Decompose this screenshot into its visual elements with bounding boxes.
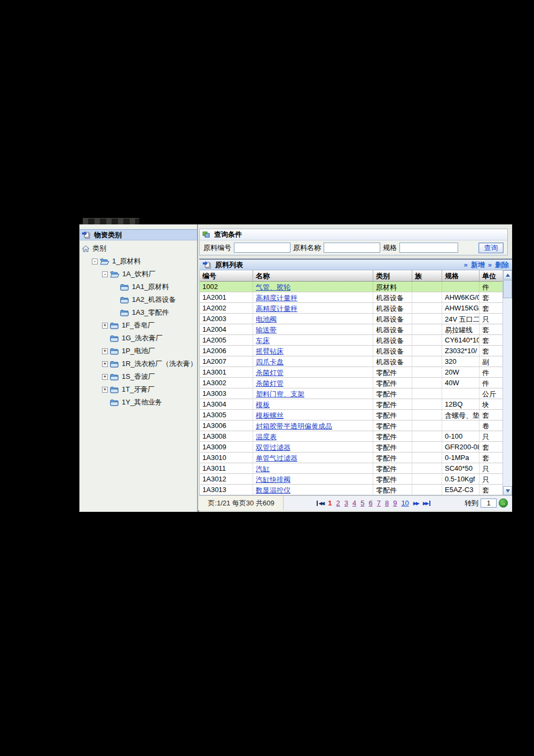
goto-page-input[interactable] [481, 498, 497, 508]
material-name-link[interactable]: 高精度计量秤 [256, 294, 297, 302]
tree-item-8[interactable]: +1P_电池厂 [80, 345, 197, 357]
first-page-icon[interactable]: ◀◀ [317, 501, 324, 506]
material-name-link[interactable]: 塑料门帘、支架 [256, 390, 304, 398]
tree-item-2[interactable]: -1A_饮料厂 [80, 268, 197, 280]
scroll-up-button[interactable] [503, 270, 512, 279]
column-header-spec[interactable]: 规格 [442, 270, 480, 281]
search-button[interactable]: 查询 [478, 243, 504, 253]
tree-item-label[interactable]: 1A_饮料厂 [121, 269, 156, 279]
tree-item-6[interactable]: +1F_香皂厂 [80, 319, 197, 332]
material-name-link[interactable]: 车床 [256, 337, 270, 345]
expand-icon[interactable]: + [102, 361, 108, 367]
page-link-6[interactable]: 6 [368, 499, 372, 507]
scrollbar-thumb[interactable] [503, 280, 512, 298]
table-row[interactable]: 1A3008温度表零配件0-100只 [200, 431, 512, 442]
scrollbar[interactable] [502, 270, 512, 495]
material-name-link[interactable]: 气管、胶轮 [256, 283, 290, 291]
material-name-link[interactable]: 输送带 [256, 326, 277, 334]
collapse-icon[interactable]: - [102, 271, 108, 277]
material-name-link[interactable]: 模板 [256, 401, 270, 409]
tree-item-label[interactable]: 1Y_其他业务 [121, 398, 163, 407]
tree-item-label[interactable]: 1_原材料 [111, 256, 142, 266]
tree-item-12[interactable]: 1Y_其他业务 [80, 396, 197, 409]
material-name-link[interactable]: 四爪卡盘 [256, 358, 284, 366]
table-row[interactable]: 1A2007四爪卡盘机器设备320副 [200, 356, 512, 367]
page-link-1[interactable]: 1 [328, 499, 332, 507]
table-row[interactable]: 1A2006摇臂钻床机器设备Z3032*10/套 [200, 346, 512, 356]
tree-item-label[interactable]: 1S_香波厂 [121, 372, 156, 381]
collapse-icon[interactable]: - [92, 259, 98, 264]
expand-icon[interactable]: + [102, 374, 108, 380]
table-row[interactable]: 1A3012汽缸快排阀零配件0.5-10Kgf只 [200, 474, 512, 485]
page-link-4[interactable]: 4 [352, 499, 356, 507]
material-name-link[interactable]: 汽缸 [256, 465, 270, 473]
material-name-link[interactable]: 温度表 [256, 433, 277, 441]
page-link-10[interactable]: 10 [401, 499, 409, 507]
material-name-link[interactable]: 摇臂钻床 [256, 347, 284, 355]
query-input-material-name[interactable] [324, 243, 380, 253]
scroll-down-button[interactable] [503, 486, 512, 495]
page-link-8[interactable]: 8 [385, 499, 389, 507]
table-row[interactable]: 1A3009双管过滤器零配件GFR200-08套 [200, 442, 512, 453]
column-header-code[interactable]: 编号 [200, 270, 253, 281]
tree-item-label[interactable]: 1A1_原材料 [131, 282, 170, 292]
table-row[interactable]: 1A2004输送带机器设备易拉罐线套 [200, 324, 512, 335]
tree-item-label[interactable]: 1A2_机器设备 [131, 295, 177, 305]
next-pages-icon[interactable]: ▶▶ [413, 501, 419, 506]
delete-button[interactable]: 删除 [495, 260, 509, 270]
go-button[interactable]: → [499, 498, 508, 508]
material-name-link[interactable]: 双管过滤器 [256, 443, 290, 451]
tree-item-label[interactable]: 类别 [91, 244, 107, 253]
table-row[interactable]: 1A3001杀菌灯管零配件20W件 [200, 367, 512, 378]
material-name-link[interactable]: 电池阀 [256, 315, 277, 323]
page-link-3[interactable]: 3 [344, 499, 348, 507]
tree-item-7[interactable]: 1G_洗衣膏厂 [80, 332, 197, 345]
tree-item-label[interactable]: 1P_电池厂 [121, 346, 156, 356]
tree-item-3[interactable]: 1A1_原材料 [80, 280, 197, 293]
table-row[interactable]: 1A3004模板零配件12BQ块 [200, 399, 512, 410]
material-name-link[interactable]: 封箱胶带半透明偏黄成品 [256, 422, 332, 430]
column-header-family[interactable]: 族 [412, 270, 442, 281]
add-button[interactable]: 新增 [471, 260, 485, 270]
column-header-unit[interactable]: 单位 [480, 270, 503, 281]
query-input-material-code[interactable] [234, 243, 290, 253]
expand-icon[interactable]: + [102, 348, 108, 354]
page-link-2[interactable]: 2 [336, 499, 340, 507]
page-link-9[interactable]: 9 [393, 499, 397, 507]
material-name-link[interactable]: 高精度计量秤 [256, 305, 297, 313]
material-name-link[interactable]: 数显温控仪 [256, 486, 290, 494]
table-row[interactable]: 1A3013数显温控仪零配件E5AZ-C3套 [200, 485, 512, 495]
tree-item-0[interactable]: 类别 [80, 242, 197, 255]
material-name-link[interactable]: 模板螺丝 [256, 411, 284, 419]
table-row[interactable]: 1A2001高精度计量秤机器设备AHW6KG/0.套 [200, 292, 512, 303]
tree-item-10[interactable]: +1S_香波厂 [80, 370, 197, 383]
table-row[interactable]: 1A3003塑料门帘、支架零配件公斤 [200, 388, 512, 399]
material-name-link[interactable]: 杀菌灯管 [256, 369, 284, 377]
table-row[interactable]: 1A3002杀菌灯管零配件40W件 [200, 378, 512, 388]
tree-item-4[interactable]: 1A2_机器设备 [80, 293, 197, 306]
table-row[interactable]: 1A3005模板螺丝零配件含螺母、垫套 [200, 410, 512, 420]
tree-item-1[interactable]: -1_原材料 [80, 255, 197, 268]
table-row[interactable]: 1A2005车床机器设备CY6140*10套 [200, 335, 512, 346]
column-header-name[interactable]: 名称 [253, 270, 373, 281]
tree-item-11[interactable]: +1T_牙膏厂 [80, 383, 197, 396]
page-link-7[interactable]: 7 [377, 499, 381, 507]
table-row[interactable]: 1A3006封箱胶带半透明偏黄成品零配件卷 [200, 420, 512, 431]
tree-item-label[interactable]: 1G_洗衣膏厂 [121, 333, 164, 343]
tree-item-label[interactable]: 1R_洗衣粉厂（洗衣膏） [121, 359, 198, 369]
tree-item-5[interactable]: 1A3_零配件 [80, 306, 197, 319]
expand-icon[interactable]: + [102, 387, 108, 393]
material-name-link[interactable]: 单管气过滤器 [256, 454, 297, 462]
column-header-category[interactable]: 类别 [373, 270, 412, 281]
material-name-link[interactable]: 杀菌灯管 [256, 379, 284, 387]
page-link-5[interactable]: 5 [360, 499, 364, 507]
tree-item-label[interactable]: 1F_香皂厂 [121, 321, 155, 330]
tree-item-9[interactable]: +1R_洗衣粉厂（洗衣膏） [80, 357, 197, 370]
tree-item-label[interactable]: 1A3_零配件 [131, 308, 170, 317]
table-row[interactable]: 1A2002高精度计量秤机器设备AHW15KG/0套 [200, 303, 512, 314]
last-page-icon[interactable]: ▶▶ [423, 501, 430, 506]
table-row[interactable]: 1A2003电池阀机器设备24V 五口二只 [200, 314, 512, 324]
expand-icon[interactable]: + [102, 323, 108, 329]
query-input-spec[interactable] [399, 243, 458, 253]
material-name-link[interactable]: 汽缸快排阀 [256, 476, 290, 484]
